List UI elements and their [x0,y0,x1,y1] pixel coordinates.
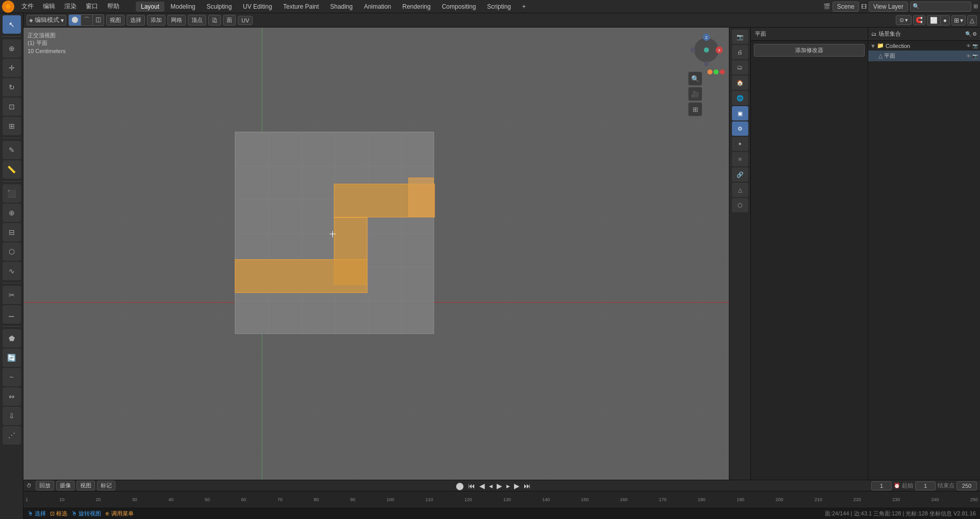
tool-spin[interactable]: 🔄 [3,349,21,367]
tab-texture-paint[interactable]: Texture Paint [278,2,324,12]
outliner-settings-btn[interactable]: ⚙ [972,31,977,37]
view-menu-btn[interactable]: 视图 [106,15,125,26]
proportional-btn[interactable]: ⊙ ▾ [896,15,912,25]
add-modifier-btn[interactable]: 添加修改器 [754,44,865,57]
current-frame-input[interactable] [871,481,892,490]
camera-menu-btn[interactable]: 摄像 [56,481,75,490]
tab-animation[interactable]: Animation [359,2,396,12]
tool-poly-build[interactable]: ⬟ [3,329,21,348]
tool-shrink[interactable]: ⇩ [3,407,21,425]
prop-modifier-btn[interactable]: ⚙ [732,121,748,136]
gizmo-center[interactable] [704,47,709,53]
tool-bevel[interactable]: ⬡ [3,242,21,261]
gizmo-left[interactable] [690,47,695,53]
tab-modeling[interactable]: Modeling [165,2,201,12]
jump-start-btn[interactable]: ⏮ [467,481,476,491]
prop-physics-btn[interactable]: ⚛ [732,152,748,166]
tool-annotate[interactable]: ✎ [3,141,21,159]
prop-render-btn[interactable]: 📷 [732,30,748,44]
plane-eye-icon[interactable]: 👁 [966,54,971,59]
tool-measure[interactable]: 📏 [3,160,21,179]
tool-smooth[interactable]: ~ [3,368,21,386]
tab-rendering[interactable]: Rendering [397,2,435,12]
prev-keyframe-btn[interactable]: ◀ [478,481,486,491]
prop-particles-btn[interactable]: ✦ [732,137,748,151]
gizmo-x-right[interactable]: X [716,46,723,54]
jump-end-btn[interactable]: ⏭ [523,481,532,491]
tab-layout[interactable]: Layout [136,2,164,12]
vertex-mode-btn[interactable]: ⬤ [69,15,81,26]
menu-file[interactable]: 文件 [17,1,38,12]
marker-menu-btn[interactable]: 标记 [97,481,115,490]
next-frame-btn[interactable]: ▸ [505,481,511,491]
tool-bisect[interactable]: ⚊ [3,305,21,324]
tool-select[interactable]: ↖ [3,15,21,34]
outliner-filter-btn[interactable]: 🔍 [965,31,971,37]
next-keyframe-btn[interactable]: ▶ [513,481,521,491]
zoom-in-btn[interactable]: 🔍 [688,71,702,86]
tab-shading[interactable]: Shading [325,2,358,12]
playback-menu-btn[interactable]: 回放 [36,481,54,490]
filter-icon[interactable]: ⊞ [973,3,978,10]
menu-window[interactable]: 窗口 [82,1,102,12]
tab-scripting[interactable]: Scripting [482,2,516,12]
frame-end-input[interactable] [957,481,977,490]
keyframe-dot-btn[interactable]: ⬤ [455,481,465,491]
render-icon[interactable]: 📷 [972,43,978,48]
prop-output-btn[interactable]: 🖨 [732,45,748,59]
plane-item[interactable]: △ 平面 👁 📷 [868,51,980,61]
search-field[interactable]: 🔍 [910,2,971,12]
tool-inset[interactable]: ⊟ [3,223,21,241]
play-btn[interactable]: ▶ [496,481,503,491]
prop-object-data-btn[interactable]: △ [732,183,748,197]
vertex-menu-btn[interactable]: 顶点 [188,15,206,26]
face-mode-btn[interactable]: ◫ [93,15,104,26]
eye-icon[interactable]: 👁 [966,43,971,48]
solid-btn[interactable]: ● [941,16,949,25]
face-menu-btn[interactable]: 面 [223,15,236,26]
mode-selector[interactable]: ◈ 编辑模式 ▾ [27,15,66,26]
collection-item[interactable]: ▼ 📁 Collection 👁 📷 [868,41,980,51]
mesh-menu-btn[interactable]: 网格 [167,15,186,26]
prop-view-layer-btn[interactable]: 🗂 [732,60,748,75]
tab-sculpting[interactable]: Sculpting [202,2,237,12]
edge-menu-btn[interactable]: 边 [208,15,221,26]
prop-material-btn[interactable]: ⬡ [732,198,748,212]
gizmo-bottom[interactable] [704,61,709,66]
add-menu-btn[interactable]: 添加 [147,15,165,26]
tool-knife[interactable]: ✂ [3,286,21,304]
tool-add-cube[interactable]: ⬛ [3,184,21,203]
gizmo-z-top[interactable]: Z [703,34,710,41]
tool-loop-cut[interactable]: ∿ [3,262,21,280]
zoom-camera-btn[interactable]: 🎥 [688,87,702,101]
tool-move[interactable]: ✛ [3,59,21,77]
prop-constraints-btn[interactable]: 🔗 [732,167,748,182]
prop-world-btn[interactable]: 🌐 [732,91,748,105]
tab-add[interactable]: + [517,2,531,12]
tool-rotate[interactable]: ↻ [3,78,21,96]
menu-edit[interactable]: 编辑 [39,1,59,12]
gizmo-btn[interactable]: △ [967,15,977,26]
tool-cursor[interactable]: ⊕ [3,39,21,58]
menu-render[interactable]: 渲染 [60,1,81,12]
view-layer-selector[interactable]: View Layer [869,2,908,12]
tool-transform[interactable]: ⊞ [3,117,21,135]
menu-help[interactable]: 帮助 [103,1,124,12]
overlay-icon[interactable]: ⊞ [954,17,959,24]
grid-view-btn[interactable]: ⊞ [688,102,702,116]
tool-edge-slide[interactable]: ⇔ [3,387,21,406]
prop-scene-btn[interactable]: 🏠 [732,76,748,90]
tool-scale[interactable]: ⊡ [3,97,21,116]
prop-object-btn[interactable]: ▣ [732,106,748,120]
scene-selector[interactable]: Scene [832,2,859,12]
plane-render-icon[interactable]: 📷 [972,54,978,59]
uv-menu-btn[interactable]: UV [238,16,253,25]
edge-mode-btn[interactable]: ⌒ [81,15,93,26]
3d-viewport[interactable]: 正交顶视图 (1) 平面 10 Centimeters Z X [23,28,729,480]
prev-frame-btn[interactable]: ◂ [488,481,494,491]
tab-uv-editing[interactable]: UV Editing [238,2,277,12]
wireframe-btn[interactable]: ⬜ [927,16,941,25]
tool-shear[interactable]: ⋰ [3,426,21,444]
view-menu-btn-tl[interactable]: 视图 [77,481,95,490]
tool-extrude[interactable]: ⊕ [3,204,21,222]
